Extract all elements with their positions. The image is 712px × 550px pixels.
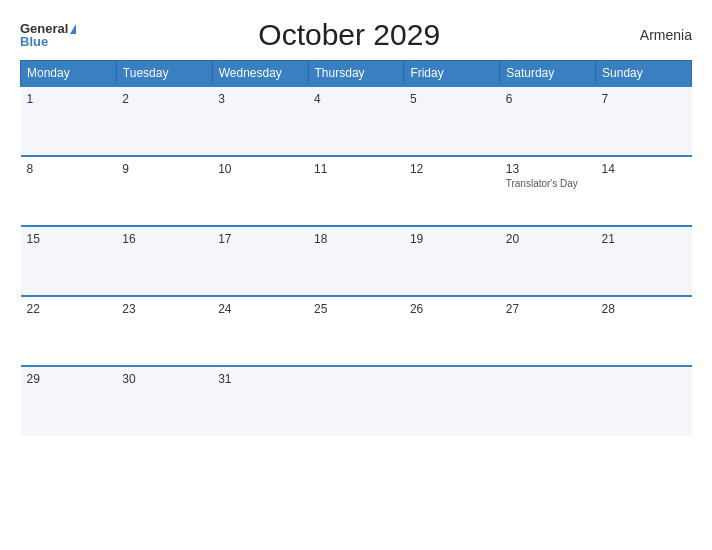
day-number: 14 xyxy=(602,162,686,176)
header-sunday: Sunday xyxy=(596,61,692,87)
header-monday: Monday xyxy=(21,61,117,87)
header-wednesday: Wednesday xyxy=(212,61,308,87)
days-header-row: Monday Tuesday Wednesday Thursday Friday… xyxy=(21,61,692,87)
calendar-cell: 24 xyxy=(212,296,308,366)
calendar-week-row: 15161718192021 xyxy=(21,226,692,296)
calendar-cell: 28 xyxy=(596,296,692,366)
holiday-label: Translator's Day xyxy=(506,178,590,189)
day-number: 20 xyxy=(506,232,590,246)
day-number: 22 xyxy=(27,302,111,316)
country-label: Armenia xyxy=(622,27,692,43)
calendar-cell: 6 xyxy=(500,86,596,156)
day-number: 13 xyxy=(506,162,590,176)
calendar-cell: 20 xyxy=(500,226,596,296)
calendar-cell xyxy=(596,366,692,436)
day-number: 19 xyxy=(410,232,494,246)
calendar-cell: 16 xyxy=(116,226,212,296)
calendar-cell xyxy=(500,366,596,436)
day-number: 21 xyxy=(602,232,686,246)
header-thursday: Thursday xyxy=(308,61,404,87)
header-friday: Friday xyxy=(404,61,500,87)
calendar-cell: 15 xyxy=(21,226,117,296)
calendar-cell xyxy=(308,366,404,436)
calendar-cell: 23 xyxy=(116,296,212,366)
day-number: 8 xyxy=(27,162,111,176)
calendar-week-row: 293031 xyxy=(21,366,692,436)
calendar-cell: 4 xyxy=(308,86,404,156)
calendar-cell: 22 xyxy=(21,296,117,366)
calendar-cell: 7 xyxy=(596,86,692,156)
calendar-week-row: 8910111213Translator's Day14 xyxy=(21,156,692,226)
day-number: 12 xyxy=(410,162,494,176)
day-number: 9 xyxy=(122,162,206,176)
header-tuesday: Tuesday xyxy=(116,61,212,87)
day-number: 30 xyxy=(122,372,206,386)
day-number: 18 xyxy=(314,232,398,246)
calendar-page: General Blue October 2029 Armenia Monday… xyxy=(0,0,712,550)
day-number: 2 xyxy=(122,92,206,106)
calendar-cell: 1 xyxy=(21,86,117,156)
day-number: 27 xyxy=(506,302,590,316)
day-number: 24 xyxy=(218,302,302,316)
calendar-cell: 25 xyxy=(308,296,404,366)
logo: General Blue xyxy=(20,22,76,48)
day-number: 25 xyxy=(314,302,398,316)
calendar-cell: 12 xyxy=(404,156,500,226)
calendar-cell: 9 xyxy=(116,156,212,226)
calendar-header: General Blue October 2029 Armenia xyxy=(20,18,692,52)
calendar-cell: 10 xyxy=(212,156,308,226)
day-number: 28 xyxy=(602,302,686,316)
calendar-cell: 26 xyxy=(404,296,500,366)
calendar-cell: 3 xyxy=(212,86,308,156)
day-number: 15 xyxy=(27,232,111,246)
day-number: 11 xyxy=(314,162,398,176)
calendar-cell: 18 xyxy=(308,226,404,296)
calendar-cell: 19 xyxy=(404,226,500,296)
calendar-table: Monday Tuesday Wednesday Thursday Friday… xyxy=(20,60,692,436)
calendar-cell xyxy=(404,366,500,436)
day-number: 6 xyxy=(506,92,590,106)
day-number: 5 xyxy=(410,92,494,106)
calendar-week-row: 1234567 xyxy=(21,86,692,156)
calendar-cell: 2 xyxy=(116,86,212,156)
calendar-cell: 27 xyxy=(500,296,596,366)
calendar-cell: 11 xyxy=(308,156,404,226)
logo-blue-text: Blue xyxy=(20,35,76,48)
day-number: 23 xyxy=(122,302,206,316)
calendar-cell: 30 xyxy=(116,366,212,436)
day-number: 17 xyxy=(218,232,302,246)
calendar-week-row: 22232425262728 xyxy=(21,296,692,366)
calendar-cell: 21 xyxy=(596,226,692,296)
day-number: 7 xyxy=(602,92,686,106)
day-number: 31 xyxy=(218,372,302,386)
calendar-title: October 2029 xyxy=(76,18,622,52)
calendar-cell: 13Translator's Day xyxy=(500,156,596,226)
calendar-cell: 29 xyxy=(21,366,117,436)
day-number: 3 xyxy=(218,92,302,106)
calendar-cell: 31 xyxy=(212,366,308,436)
day-number: 4 xyxy=(314,92,398,106)
calendar-cell: 14 xyxy=(596,156,692,226)
header-saturday: Saturday xyxy=(500,61,596,87)
day-number: 1 xyxy=(27,92,111,106)
calendar-cell: 8 xyxy=(21,156,117,226)
day-number: 29 xyxy=(27,372,111,386)
calendar-cell: 5 xyxy=(404,86,500,156)
day-number: 16 xyxy=(122,232,206,246)
day-number: 26 xyxy=(410,302,494,316)
calendar-cell: 17 xyxy=(212,226,308,296)
day-number: 10 xyxy=(218,162,302,176)
